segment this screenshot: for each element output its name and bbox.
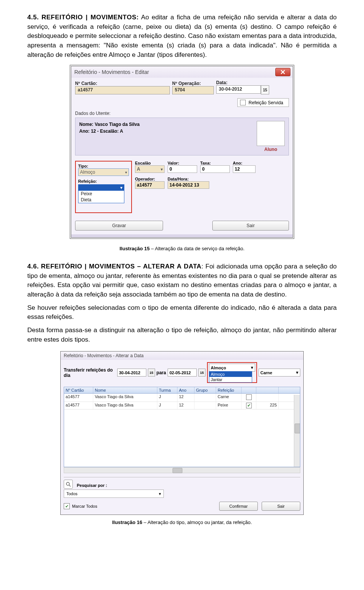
select-refeicao-2[interactable]: Carne▾ (259, 369, 300, 377)
label-operador: Operador: (135, 177, 165, 181)
chevron-down-icon: ▾ (120, 185, 122, 190)
search-icon-button[interactable] (64, 480, 73, 489)
caption-15-bold: Ilustração 15 (119, 246, 150, 251)
input-operador: a14577 (135, 181, 165, 189)
table-row[interactable]: a14577 Vasco Tiago da Silva J 12 Peixe 2… (64, 402, 300, 410)
th-refeicao[interactable]: Refeição (216, 387, 242, 393)
label-marcar-todos: Marcar Todos (72, 504, 97, 508)
user-role: Aluno (257, 147, 285, 152)
screenshot-editar-dialog: Refeitório - Movimentos - Editar Nº Cart… (70, 65, 294, 239)
input-data[interactable]: 30-04-2012 (216, 85, 261, 94)
input-n-operacao[interactable]: 5704 (172, 86, 214, 94)
cell-ref: Carne (216, 394, 242, 402)
th-turma[interactable]: Turma (157, 387, 177, 393)
section-lead: REFEITÓRIO | MOVIMENTOS: (41, 14, 138, 21)
input-ano[interactable]: 12 (233, 165, 256, 173)
th-ano[interactable]: Ano (177, 387, 195, 393)
cell-grupo (195, 394, 216, 402)
option-jantar[interactable]: Jantar (209, 377, 252, 382)
option-almoco[interactable]: Almoço (209, 372, 252, 377)
label-ano: Ano: (233, 161, 256, 165)
checkbox-icon (64, 503, 70, 509)
cell-name: Vasco Tiago da Silva (93, 402, 157, 409)
select-tipo-ementa[interactable]: Almoço▾ (209, 364, 255, 372)
cell-checkbox[interactable] (242, 394, 256, 402)
vertical-scrollbar[interactable] (294, 395, 300, 467)
calendar-button[interactable]: 15 (261, 85, 269, 94)
sair-button[interactable]: Sair (262, 502, 300, 511)
label-escalao: Escalão (135, 161, 165, 165)
select-refeicao-open[interactable]: ▾ Peixe Dieta (78, 184, 124, 203)
dialog-title-2: Refeitório - Movimentos - Alterar a Data (61, 351, 303, 360)
label-dados-utente: Dados do Utente: (75, 111, 289, 116)
screenshot-alterar-data: Refeitório - Movimentos - Alterar a Data… (60, 351, 304, 515)
th-nome[interactable]: Nome (93, 387, 157, 393)
th-grupo[interactable]: Grupo (195, 387, 216, 393)
marcar-todos-toggle[interactable]: Marcar Todos (64, 503, 97, 509)
label-servida: Refeição Servida (249, 100, 283, 105)
refeicao-servida-toggle[interactable]: Refeição Servida (237, 98, 289, 107)
select-refeicao-value: Carne (260, 370, 272, 375)
section-4-6: 4.6. REFEITÓRIO | MOVIMENTOS – ALTERAR A… (27, 262, 337, 300)
select-pesquisar-value: Todos (66, 491, 77, 496)
cell-price (256, 394, 279, 402)
cell-ano: 12 (177, 402, 195, 409)
close-button[interactable] (275, 68, 290, 76)
label-refeicao: Refeição: (78, 179, 129, 184)
label-taxa: Taxa: (200, 161, 230, 165)
label-n-cartao: Nº Cartão: (75, 81, 170, 86)
th-n-cartao[interactable]: Nº Cartão (64, 387, 93, 393)
caption-16-bold: Ilustração 16 (112, 519, 143, 525)
sair-button[interactable]: Sair (212, 221, 289, 231)
svg-point-0 (66, 482, 69, 485)
option-peixe[interactable]: Peixe (78, 191, 124, 197)
search-icon (66, 482, 71, 487)
input-n-cartao[interactable]: a14577 (75, 86, 170, 94)
refeicoes-table: Nº Cartão Nome Turma Ano Grupo Refeição … (64, 387, 300, 467)
cell-checkbox[interactable] (242, 402, 256, 409)
close-icon (281, 70, 285, 74)
section-num: 4.5. (27, 14, 39, 21)
highlighted-tipo-refeicao: Tipo: Almoço▾ Refeição: ▾ Peixe Dieta (75, 161, 132, 213)
horizontal-scrollbar[interactable] (64, 467, 300, 473)
gravar-button[interactable]: Gravar (75, 221, 163, 231)
chevron-down-icon: ▾ (296, 370, 298, 375)
calendar-button[interactable]: 15 (148, 369, 155, 377)
confirmar-button[interactable]: Confirmar (219, 502, 258, 511)
select-tipo[interactable]: Almoço▾ (78, 168, 129, 176)
cell-grupo (195, 402, 216, 409)
section-4-6-p3: Desta forma passa-se a distinguir na alt… (27, 326, 337, 344)
select-escalao[interactable]: A▾ (135, 165, 165, 173)
option-dieta[interactable]: Dieta (78, 197, 124, 203)
cell-ref: Peixe (216, 402, 242, 409)
dialog-title: Refeitório - Movimentos - Editar (74, 69, 149, 75)
caption-16: Ilustração 16 – Alteração do tipo, almoç… (27, 519, 337, 525)
label-valor: Valor: (168, 161, 197, 165)
cell-card: a14577 (64, 394, 93, 402)
cell-turma: J (157, 394, 177, 402)
chevron-down-icon: ▾ (251, 365, 253, 370)
cell-ano: 12 (177, 394, 195, 402)
input-data-destino[interactable]: 02-05-2012 (168, 369, 197, 377)
input-taxa[interactable]: 0 (200, 165, 230, 173)
label-transferir: Transferir refeições do dia (64, 367, 116, 378)
input-data-origem[interactable]: 30-04-2012 (117, 369, 146, 377)
caption-15: Ilustração 15 – Alteração da data de ser… (27, 246, 337, 251)
checkbox-icon (240, 100, 246, 105)
caption-16-text: – Alteração do tipo, almoço ou jantar, d… (142, 519, 252, 525)
label-tipo: Tipo: (78, 164, 129, 168)
label-datahora: Data/Hora: (168, 177, 197, 181)
user-ano-escalao: Ano: 12 - Escalão: A (79, 128, 140, 135)
cell-price: 225 (256, 402, 279, 409)
select-pesquisar-por[interactable]: Todos ▾ (64, 490, 164, 498)
section-lead: REFEITÓRIO | MOVIMENTOS – ALTERAR A DATA (41, 263, 201, 270)
label-n-operacao: Nº Operação: (172, 81, 214, 86)
label-data: Data: (216, 80, 269, 85)
svg-line-1 (69, 485, 71, 486)
input-valor[interactable]: 0 (168, 165, 197, 173)
label-pesquisar: Pesquisar por : (77, 483, 107, 488)
cell-card: a14577 (64, 402, 93, 409)
table-row[interactable]: a14577 Vasco Tiago da Silva J 12 Carne (64, 394, 300, 402)
calendar-button[interactable]: 15 (198, 369, 205, 377)
cell-turma: J (157, 402, 177, 409)
